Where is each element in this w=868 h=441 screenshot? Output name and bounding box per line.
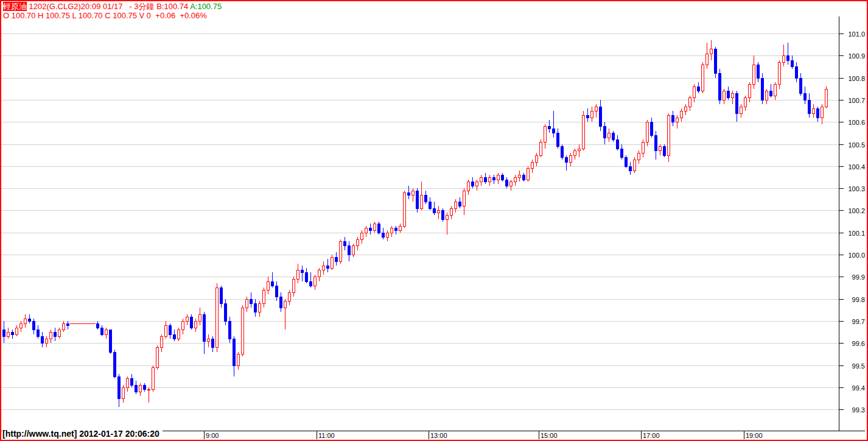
- candle-down: [804, 94, 807, 101]
- candle-up: [659, 147, 662, 151]
- candle-down: [553, 129, 555, 133]
- candle-up: [766, 91, 768, 101]
- candle-up: [638, 153, 640, 160]
- price-axis-label: 99.4: [852, 384, 865, 392]
- candle-up: [314, 277, 317, 286]
- candle-down: [493, 178, 495, 180]
- candle-up: [531, 163, 534, 169]
- candle-up: [642, 143, 645, 153]
- candle-down: [663, 147, 666, 156]
- candle-up: [412, 191, 415, 196]
- candle-up: [527, 169, 530, 180]
- candle-up: [399, 227, 402, 231]
- axes-layer: 101.0100.9100.8100.7100.6100.5100.4100.3…: [1, 16, 865, 439]
- time-axis-label: 19:00: [746, 432, 763, 439]
- candle-up: [361, 233, 363, 240]
- price-axis-label: 99.3: [852, 406, 865, 414]
- price-axis-label: 100.5: [848, 141, 865, 149]
- candle-up: [668, 116, 670, 156]
- candle-up: [685, 107, 687, 111]
- candle-down: [506, 180, 508, 186]
- candle-up: [744, 98, 747, 107]
- candle-down: [220, 288, 223, 304]
- candle-up: [570, 156, 572, 163]
- candle-up: [404, 193, 406, 227]
- price-axis-label: 100.1: [848, 230, 865, 237]
- candle-up: [63, 324, 65, 330]
- candle-up: [323, 266, 325, 270]
- candle-up: [165, 326, 167, 337]
- candle-up: [438, 211, 440, 213]
- flat-price-segment: [87, 323, 91, 324]
- candle-down: [736, 94, 738, 114]
- flat-price-segment: [74, 323, 79, 324]
- candle-up: [391, 228, 393, 233]
- candle-up: [293, 280, 295, 293]
- candle-down: [523, 175, 525, 180]
- candle-up: [365, 228, 368, 233]
- candle-down: [625, 158, 628, 167]
- candle-up: [740, 107, 743, 114]
- candle-down: [791, 61, 794, 67]
- candle-up: [46, 339, 48, 344]
- candle-down: [408, 193, 410, 196]
- candle-down: [612, 133, 615, 140]
- candle-up: [340, 242, 342, 262]
- flat-price-segment: [83, 323, 87, 324]
- candle-down: [233, 339, 236, 366]
- candle-up: [574, 151, 576, 156]
- candle-down: [229, 322, 231, 339]
- candle-up: [331, 258, 334, 269]
- candle-down: [12, 333, 14, 335]
- candle-down: [173, 335, 176, 339]
- candle-down: [698, 87, 700, 91]
- candle-down: [557, 133, 559, 147]
- time-axis-label: 17:00: [643, 432, 660, 439]
- candle-down: [719, 74, 721, 101]
- price-axis-label: 99.6: [852, 340, 865, 347]
- candle-up: [455, 202, 457, 209]
- candle-up: [242, 308, 244, 355]
- candle-down: [131, 379, 133, 386]
- candle-down: [114, 353, 116, 377]
- candle-up: [723, 91, 726, 101]
- candle-down: [757, 65, 760, 79]
- candle-up: [16, 328, 18, 335]
- price-axis-label: 99.5: [852, 362, 865, 370]
- candle-down: [459, 202, 461, 206]
- candle-down: [787, 56, 789, 61]
- candle-down: [502, 175, 504, 180]
- candle-down: [378, 224, 380, 233]
- candle-down: [416, 191, 419, 209]
- candle-down: [301, 270, 304, 273]
- candle-down: [306, 273, 308, 282]
- candle-down: [29, 319, 31, 322]
- candle-up: [216, 288, 219, 348]
- candle-up: [318, 270, 321, 277]
- candle-up: [289, 293, 291, 302]
- candle-up: [421, 196, 423, 209]
- candle-down: [727, 91, 730, 98]
- candle-up: [783, 56, 785, 63]
- candle-up: [540, 143, 542, 156]
- flat-price-segment: [91, 323, 96, 324]
- candle-down: [37, 330, 40, 337]
- candle-up: [544, 127, 547, 143]
- candle-up: [536, 156, 538, 163]
- candle-down: [565, 158, 568, 163]
- candle-up: [710, 49, 713, 54]
- candle-up: [519, 175, 521, 178]
- candle-down: [621, 149, 623, 158]
- candle-down: [808, 101, 811, 114]
- candlestick-chart[interactable]: 101.0100.9100.8100.7100.6100.5100.4100.3…: [1, 1, 867, 440]
- candle-up: [374, 224, 376, 231]
- candle-down: [672, 116, 674, 122]
- ohlc-readout: O 100.70 H 100.75 L 100.70 C 100.75 V 0 …: [3, 12, 207, 20]
- candle-down: [33, 322, 35, 330]
- price-axis-label: 100.0: [848, 252, 865, 259]
- candle-down: [429, 202, 432, 209]
- candle-down: [254, 304, 257, 312]
- candle-down: [425, 196, 427, 202]
- quote-chart-window: 101.0100.9100.8100.7100.6100.5100.4100.3…: [0, 0, 868, 441]
- time-axis-label: 11:00: [318, 432, 335, 439]
